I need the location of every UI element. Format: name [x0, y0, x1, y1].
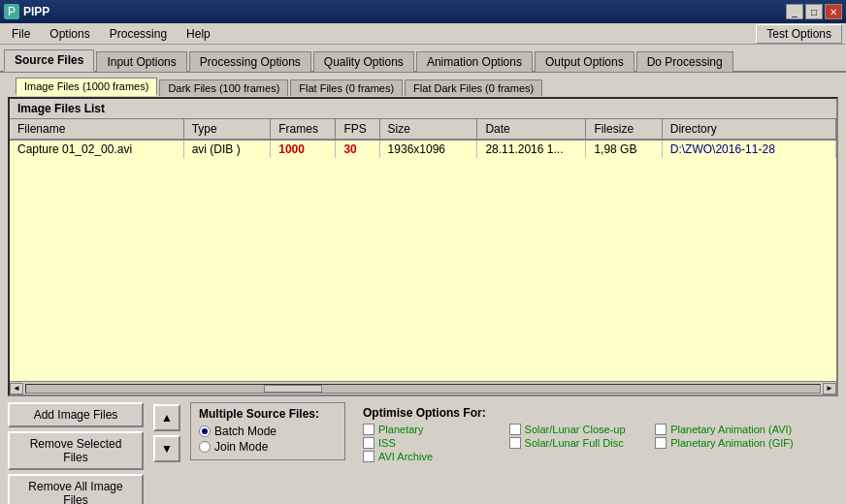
title-bar: P PIPP _ □ ✕ — [0, 0, 846, 23]
tab-output-options[interactable]: Output Options — [535, 51, 634, 72]
col-header-filename: Filename — [10, 119, 183, 140]
col-header-frames: Frames — [271, 119, 336, 140]
col-header-type: Type — [183, 119, 271, 140]
subtab-dark-files[interactable]: Dark Files (100 frames) — [159, 79, 288, 96]
tab-processing-options[interactable]: Processing Options — [189, 51, 311, 72]
check-solar-lunar-fulldisc[interactable]: Solar/Lunar Full Disc — [509, 437, 648, 449]
check-iss[interactable]: ISS — [363, 437, 502, 449]
check-solar-lunar-fulldisc-label: Solar/Lunar Full Disc — [525, 437, 624, 449]
menu-bar: File Options Processing Help Test Option… — [0, 23, 846, 45]
radio-join-mode-label: Join Mode — [214, 440, 268, 454]
table-wrapper[interactable]: Filename Type Frames FPS Size Date Files… — [10, 119, 836, 381]
cell-type: avi (DIB ) — [183, 140, 271, 158]
check-iss-label: ISS — [378, 437, 396, 449]
col-header-filesize: Filesize — [586, 119, 662, 140]
tab-source-files[interactable]: Source Files — [4, 49, 94, 72]
move-up-button[interactable]: ▲ — [153, 404, 180, 431]
tab-do-processing[interactable]: Do Processing — [636, 51, 733, 72]
files-panel-header: Image Files List — [10, 99, 836, 119]
tab-quality-options[interactable]: Quality Options — [313, 51, 414, 72]
menu-processing[interactable]: Processing — [102, 25, 175, 43]
check-avi-archive-label: AVI Archive — [378, 451, 433, 462]
tab-input-options[interactable]: Input Options — [96, 51, 186, 72]
multiple-source-files-label: Multiple Source Files: — [199, 407, 337, 421]
scroll-track[interactable] — [25, 384, 821, 394]
radio-batch-mode-label: Batch Mode — [214, 425, 277, 438]
bottom-controls: Add Image Files Remove Selected Files Re… — [8, 396, 838, 504]
arrow-buttons: ▲ ▼ — [153, 404, 180, 462]
horizontal-scrollbar[interactable]: ◄ ► — [10, 381, 836, 394]
col-header-fps: FPS — [336, 119, 379, 140]
remove-all-image-files-button[interactable]: Remove All Image Files — [8, 474, 144, 504]
check-planetary-animation-gif[interactable]: Planetary Animation (GIF) — [655, 437, 794, 449]
check-solar-lunar-closeup-label: Solar/Lunar Close-up — [525, 424, 626, 435]
cell-fps: 30 — [336, 140, 379, 158]
check-planetary-animation-gif-label: Planetary Animation (GIF) — [670, 437, 794, 449]
cell-date: 28.11.2016 1... — [477, 140, 586, 158]
cell-size: 1936x1096 — [379, 140, 477, 158]
close-button[interactable]: ✕ — [825, 4, 842, 19]
check-planetary-animation-avi[interactable]: Planetary Animation (AVI) — [655, 424, 794, 435]
app-title: PIPP — [23, 5, 49, 18]
subtab-image-files[interactable]: Image Files (1000 frames) — [16, 78, 157, 96]
scroll-left-button[interactable]: ◄ — [10, 383, 23, 394]
app-icon: P — [4, 4, 19, 19]
subtab-flat-dark-files[interactable]: Flat Dark Files (0 frames) — [405, 79, 542, 96]
check-planetary-box[interactable] — [363, 424, 374, 435]
radio-join-mode-dot[interactable] — [199, 441, 211, 453]
radio-batch-mode-dot[interactable] — [199, 425, 211, 437]
menu-help[interactable]: Help — [179, 25, 218, 43]
cell-frames: 1000 — [271, 140, 336, 158]
tab-animation-options[interactable]: Animation Options — [416, 51, 533, 72]
check-solar-lunar-closeup-box[interactable] — [509, 424, 521, 435]
scroll-thumb[interactable] — [264, 385, 322, 393]
subtab-flat-files[interactable]: Flat Files (0 frames) — [290, 79, 403, 96]
optimise-options-grid: Planetary Solar/Lunar Close-up Planetary… — [363, 424, 794, 462]
radio-batch-mode[interactable]: Batch Mode — [199, 425, 337, 438]
optimise-options-label: Optimise Options For: — [363, 406, 794, 420]
cell-filesize: 1,98 GB — [586, 140, 662, 158]
remove-selected-files-button[interactable]: Remove Selected Files — [8, 431, 144, 470]
col-header-size: Size — [379, 119, 477, 140]
test-options-button[interactable]: Test Options — [756, 24, 842, 44]
radio-join-mode[interactable]: Join Mode — [199, 440, 337, 454]
check-avi-archive-box[interactable] — [363, 451, 374, 462]
file-table: Filename Type Frames FPS Size Date Files… — [10, 119, 836, 158]
check-solar-lunar-closeup[interactable]: Solar/Lunar Close-up — [509, 424, 648, 435]
files-panel: Image Files List Filename Type Frames FP… — [8, 97, 838, 396]
col-header-date: Date — [477, 119, 586, 140]
maximize-button[interactable]: □ — [805, 4, 823, 19]
table-row[interactable]: Capture 01_02_00.avi avi (DIB ) 1000 30 … — [10, 140, 836, 158]
action-buttons: Add Image Files Remove Selected Files Re… — [8, 402, 144, 504]
check-iss-box[interactable] — [363, 437, 374, 449]
multiple-source-files-section: Multiple Source Files: Batch Mode Join M… — [190, 402, 345, 460]
minimize-button[interactable]: _ — [786, 4, 803, 19]
col-header-directory: Directory — [662, 119, 835, 140]
check-solar-lunar-fulldisc-box[interactable] — [509, 437, 521, 449]
content-area: Image Files (1000 frames) Dark Files (10… — [0, 73, 846, 504]
check-planetary-animation-gif-box[interactable] — [655, 437, 667, 449]
cell-directory: D:\ZWO\2016-11-28 — [662, 140, 835, 158]
scroll-right-button[interactable]: ► — [823, 383, 836, 394]
optimise-options-section: Optimise Options For: Planetary Solar/Lu… — [355, 402, 801, 466]
check-planetary-label: Planetary — [378, 424, 423, 435]
move-down-button[interactable]: ▼ — [153, 435, 180, 462]
add-image-files-button[interactable]: Add Image Files — [8, 402, 144, 427]
window-controls: _ □ ✕ — [786, 4, 842, 19]
sub-tabs: Image Files (1000 frames) Dark Files (10… — [8, 73, 838, 95]
menu-file[interactable]: File — [4, 25, 38, 43]
check-planetary-animation-avi-label: Planetary Animation (AVI) — [670, 424, 792, 435]
cell-filename: Capture 01_02_00.avi — [10, 140, 183, 158]
check-planetary[interactable]: Planetary — [363, 424, 502, 435]
menu-options[interactable]: Options — [42, 25, 97, 43]
check-planetary-animation-avi-box[interactable] — [655, 424, 667, 435]
check-avi-archive[interactable]: AVI Archive — [363, 451, 502, 462]
main-tabs: Source Files Input Options Processing Op… — [0, 45, 846, 73]
